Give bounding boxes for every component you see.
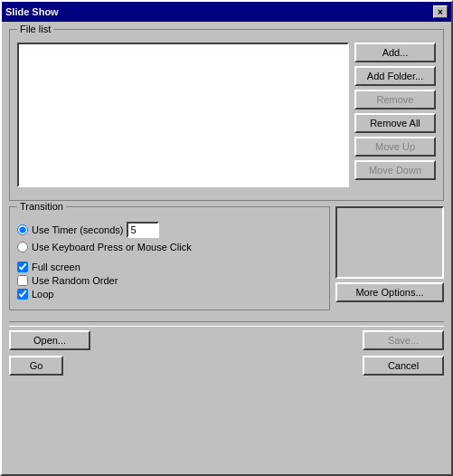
full-screen-checkbox[interactable] bbox=[17, 262, 28, 272]
close-button[interactable]: × bbox=[433, 5, 448, 18]
transition-group: Transition Use Timer (seconds) Use Keybo… bbox=[9, 206, 330, 310]
preview-box bbox=[335, 206, 444, 279]
use-timer-label: Use Timer (seconds) bbox=[32, 224, 123, 235]
window-title: Slide Show bbox=[5, 6, 59, 17]
use-keyboard-row: Use Keyboard Press or Mouse Click bbox=[17, 242, 322, 252]
window-content: File list Add... Add Folder... Remove Re… bbox=[2, 22, 451, 383]
file-list-area: Add... Add Folder... Remove Remove All M… bbox=[17, 43, 436, 187]
save-area: Save... bbox=[363, 330, 444, 350]
add-folder-button[interactable]: Add Folder... bbox=[354, 66, 436, 86]
file-listbox[interactable] bbox=[17, 43, 349, 187]
bottom-area: Transition Use Timer (seconds) Use Keybo… bbox=[9, 206, 444, 316]
use-timer-radio[interactable] bbox=[17, 224, 28, 235]
preview-area: More Options... bbox=[335, 206, 444, 316]
loop-label: Loop bbox=[32, 289, 53, 300]
cancel-button[interactable]: Cancel bbox=[363, 356, 444, 376]
more-options-button[interactable]: More Options... bbox=[335, 282, 444, 302]
full-screen-label: Full screen bbox=[32, 262, 80, 272]
use-keyboard-radio[interactable] bbox=[17, 242, 28, 252]
move-up-button[interactable]: Move Up bbox=[354, 137, 436, 157]
loop-row: Loop bbox=[17, 289, 322, 300]
file-list-group: File list Add... Add Folder... Remove Re… bbox=[9, 29, 444, 201]
file-buttons: Add... Add Folder... Remove Remove All M… bbox=[354, 43, 436, 187]
remove-button[interactable]: Remove bbox=[354, 90, 436, 109]
loop-checkbox[interactable] bbox=[17, 289, 28, 300]
timer-input[interactable] bbox=[127, 222, 159, 238]
random-order-row: Use Random Order bbox=[17, 275, 322, 286]
random-order-checkbox[interactable] bbox=[17, 275, 28, 286]
move-down-button[interactable]: Move Down bbox=[354, 160, 436, 180]
add-button[interactable]: Add... bbox=[354, 43, 436, 62]
separator bbox=[9, 321, 444, 327]
random-order-label: Use Random Order bbox=[32, 275, 118, 286]
main-window: Slide Show × File list Add... Add Folder… bbox=[0, 0, 453, 476]
transition-inner: Use Timer (seconds) Use Keyboard Press o… bbox=[17, 220, 322, 300]
open-save-area: Open... bbox=[9, 330, 90, 350]
remove-all-button[interactable]: Remove All bbox=[354, 113, 436, 133]
open-button[interactable]: Open... bbox=[9, 330, 90, 350]
title-bar: Slide Show × bbox=[2, 2, 451, 22]
use-keyboard-label: Use Keyboard Press or Mouse Click bbox=[32, 242, 192, 252]
full-screen-row: Full screen bbox=[17, 262, 322, 272]
cancel-area: Cancel bbox=[363, 356, 444, 376]
transition-label: Transition bbox=[17, 201, 66, 212]
file-list-label: File list bbox=[17, 24, 53, 34]
use-timer-row: Use Timer (seconds) bbox=[17, 222, 322, 238]
go-button[interactable]: Go bbox=[9, 356, 63, 376]
go-area: Go bbox=[9, 356, 63, 376]
save-button[interactable]: Save... bbox=[363, 330, 444, 350]
